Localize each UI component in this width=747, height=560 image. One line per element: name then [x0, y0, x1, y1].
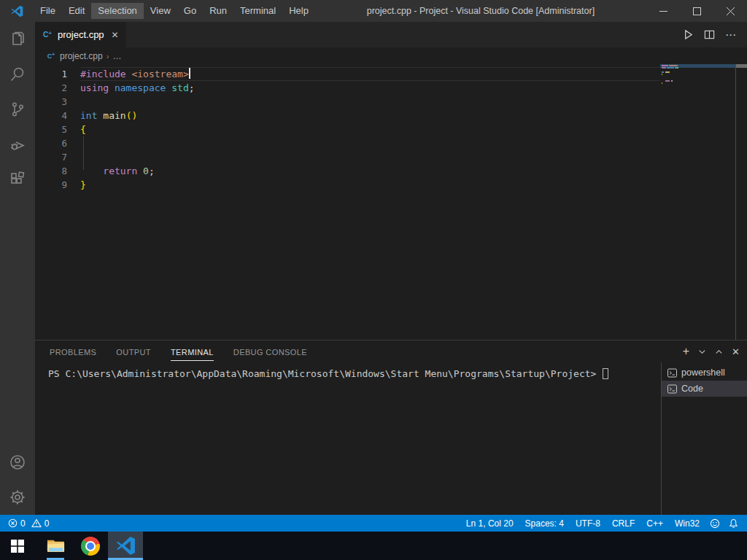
- line-number: 7: [35, 150, 80, 164]
- panel-header: PROBLEMSOUTPUTTERMINALDEBUG CONSOLE + ✕: [35, 341, 747, 362]
- terminal-list-label: Code: [681, 384, 703, 394]
- tab-label: project.cpp: [58, 29, 104, 40]
- line-number: 9: [35, 178, 80, 192]
- bottom-panel: PROBLEMSOUTPUTTERMINALDEBUG CONSOLE + ✕: [35, 340, 747, 515]
- breadcrumb-separator-icon: ›: [107, 52, 109, 61]
- terminal-output[interactable]: PS C:\Users\Administrator\AppData\Roamin…: [35, 362, 661, 515]
- start-button[interactable]: [0, 532, 35, 560]
- titlebar: FileEditSelectionViewGoRunTerminalHelp p…: [0, 0, 747, 22]
- breadcrumb[interactable]: C + project.cpp › …: [35, 47, 747, 64]
- menu-view[interactable]: View: [144, 3, 177, 19]
- line-number: 8: [35, 164, 80, 178]
- close-panel-icon[interactable]: ✕: [732, 346, 740, 357]
- explorer-icon[interactable]: [0, 22, 35, 57]
- windows-taskbar: [0, 532, 747, 560]
- breadcrumb-file[interactable]: project.cpp: [60, 51, 103, 61]
- terminal-list-item-code[interactable]: Code: [662, 381, 747, 397]
- menu-terminal[interactable]: Terminal: [233, 3, 282, 19]
- svg-text:+: +: [52, 52, 55, 57]
- new-terminal-icon[interactable]: +: [683, 346, 689, 357]
- terminal-list-label: powershell: [681, 368, 725, 378]
- terminal-icon: [667, 368, 677, 378]
- warning-icon: [31, 518, 42, 528]
- status-item-c-[interactable]: C++: [640, 518, 669, 529]
- panel-tab-debug-console[interactable]: DEBUG CONSOLE: [233, 343, 307, 361]
- source-control-icon[interactable]: [0, 92, 35, 127]
- maximize-button[interactable]: [680, 0, 713, 22]
- minimize-button[interactable]: [646, 0, 680, 22]
- menu-bar: FileEditSelectionViewGoRunTerminalHelp: [34, 0, 315, 22]
- error-count: 0: [20, 518, 26, 529]
- overview-ruler[interactable]: [735, 64, 747, 340]
- terminal-cursor: [603, 368, 608, 379]
- tab-close-icon[interactable]: ✕: [112, 30, 119, 40]
- tab-project-cpp[interactable]: C + project.cpp ✕: [35, 22, 126, 47]
- vscode-logo-icon: [0, 5, 34, 18]
- status-right: Ln 1, Col 20Spaces: 4UTF-8CRLFC++Win32: [460, 518, 705, 529]
- taskbar-vscode-icon[interactable]: [108, 532, 143, 560]
- minimap-line: [667, 67, 674, 69]
- code-line-3[interactable]: [80, 95, 660, 109]
- window-title: project.cpp - Project - Visual Studio Co…: [315, 6, 646, 16]
- run-and-debug-icon[interactable]: [0, 127, 35, 162]
- code-line-6[interactable]: [80, 136, 660, 150]
- search-icon[interactable]: [0, 57, 35, 92]
- minimap[interactable]: [660, 64, 735, 340]
- menu-help[interactable]: Help: [282, 3, 315, 19]
- code-line-8[interactable]: return 0;: [80, 164, 660, 178]
- editor-actions: ⋯: [683, 22, 747, 47]
- line-number: 6: [35, 136, 80, 150]
- terminal-list: powershellCode: [661, 362, 747, 515]
- settings-gear-icon[interactable]: [0, 480, 35, 515]
- taskbar-chrome-icon[interactable]: [73, 532, 108, 560]
- menu-file[interactable]: File: [34, 3, 62, 19]
- breadcrumb-symbol[interactable]: …: [112, 51, 121, 61]
- line-number: 4: [35, 109, 80, 122]
- minimap-line: [668, 71, 670, 73]
- code-line-7[interactable]: [80, 150, 660, 164]
- cpp-file-icon: C +: [47, 51, 56, 61]
- code-line-4[interactable]: int main(): [80, 109, 660, 122]
- split-editor-icon[interactable]: [704, 29, 715, 40]
- code-line-9[interactable]: }: [80, 178, 660, 192]
- status-item-spaces-4[interactable]: Spaces: 4: [519, 518, 570, 529]
- menu-run[interactable]: Run: [203, 3, 233, 19]
- code-line-5[interactable]: {: [80, 122, 660, 136]
- panel-tab-problems[interactable]: PROBLEMS: [50, 343, 96, 361]
- panel-actions: + ✕: [683, 346, 740, 357]
- panel-tab-terminal[interactable]: TERMINAL: [171, 343, 214, 361]
- status-item-utf-8[interactable]: UTF-8: [570, 518, 606, 529]
- terminal-dropdown-icon[interactable]: [698, 348, 706, 356]
- run-button[interactable]: [683, 29, 694, 40]
- status-item-crlf[interactable]: CRLF: [606, 518, 640, 529]
- taskbar-file-explorer-icon[interactable]: [38, 532, 73, 560]
- error-icon: [8, 518, 18, 528]
- code-editor[interactable]: 123456789 #include <iostream>using names…: [35, 64, 747, 340]
- activity-bar: [0, 22, 35, 515]
- feedback-icon[interactable]: [705, 518, 724, 529]
- accounts-icon[interactable]: [0, 445, 35, 480]
- menu-go[interactable]: Go: [177, 3, 203, 19]
- code-line-2[interactable]: using namespace std;: [80, 81, 660, 95]
- more-actions-icon[interactable]: ⋯: [725, 28, 737, 42]
- status-item-ln-1-col-20[interactable]: Ln 1, Col 20: [460, 518, 519, 529]
- cpp-file-icon: C +: [42, 29, 53, 40]
- minimap-line: [662, 65, 668, 66]
- menu-selection[interactable]: Selection: [91, 3, 143, 19]
- terminal-icon: [667, 384, 677, 394]
- panel-tab-output[interactable]: OUTPUT: [116, 343, 151, 361]
- status-item-win32[interactable]: Win32: [669, 518, 705, 529]
- terminal-list-item-powershell[interactable]: powershell: [662, 365, 747, 381]
- code-line-1[interactable]: #include <iostream>: [80, 67, 660, 81]
- problems-status[interactable]: 0 0: [4, 518, 55, 529]
- minimap-line: [662, 74, 662, 75]
- notifications-bell-icon[interactable]: [724, 518, 743, 529]
- extensions-icon[interactable]: [0, 162, 35, 197]
- terminal-prompt: PS C:\Users\Administrator\AppData\Roamin…: [48, 367, 602, 381]
- close-window-button[interactable]: [713, 0, 747, 22]
- menu-edit[interactable]: Edit: [62, 3, 91, 19]
- maximize-panel-icon[interactable]: [715, 348, 723, 356]
- minimap-line: [662, 71, 664, 73]
- indent-guide: [83, 136, 84, 170]
- code-area[interactable]: #include <iostream>using namespace std;i…: [80, 64, 660, 340]
